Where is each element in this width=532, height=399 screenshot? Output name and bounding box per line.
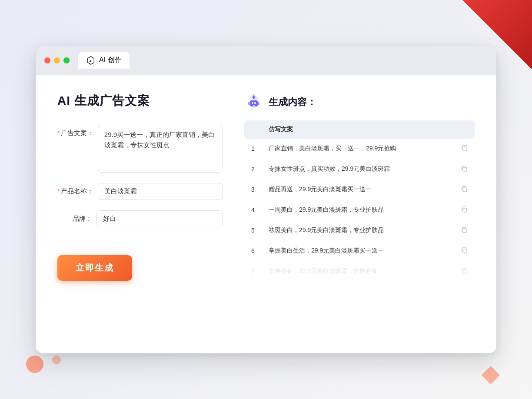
svg-text:AI: AI: [90, 59, 93, 62]
row-copy-text: 女神必备，29.9元美白淡斑霜，护肤必备: [262, 261, 454, 282]
row-copy-text: 祛斑美白，29.9元美白淡斑霜，专业护肤品: [262, 220, 454, 241]
row-copy-text: 专抹女性斑点，真实功效，29.9元美白淡斑霜: [262, 159, 454, 180]
table-row: 2专抹女性斑点，真实功效，29.9元美白淡斑霜: [244, 159, 475, 180]
main-content: AI 生成广告文案 *广告文案： *产品名称： 品牌： 立: [36, 75, 496, 353]
row-copy-text: 掌握美白生活，29.9元美白淡斑霜买一送一: [262, 241, 454, 261]
row-copy-text: 赠品再送，29.9元美白淡斑霜买一送一: [262, 180, 454, 200]
copy-button[interactable]: [454, 159, 475, 180]
row-copy-text: 厂家直销，美白淡斑霜，买一送一，29.9元抢购: [262, 139, 454, 159]
window-controls: [44, 57, 70, 63]
brand-field: 品牌：: [57, 210, 223, 227]
maximize-button[interactable]: [63, 57, 70, 63]
svg-point-9: [253, 94, 255, 96]
col-num: [244, 120, 262, 139]
bg-decoration-bottom-right: [482, 366, 500, 384]
svg-rect-10: [248, 102, 250, 105]
bg-decoration-bottom-left: [26, 356, 43, 373]
title-bar: AI AI 创作: [36, 46, 496, 75]
generate-button[interactable]: 立即生成: [57, 255, 132, 281]
browser-window: AI AI 创作 AI 生成广告文案 *广告文案： *产品名称：: [36, 46, 496, 353]
ai-tab-icon: AI: [86, 56, 96, 65]
ai-creation-tab[interactable]: AI AI 创作: [78, 52, 130, 69]
page-title: AI 生成广告文案: [57, 93, 223, 109]
table-row: 1厂家直销，美白淡斑霜，买一送一，29.9元抢购: [244, 139, 475, 159]
col-action: [454, 120, 475, 139]
svg-rect-16: [463, 229, 467, 233]
close-button[interactable]: [44, 57, 50, 63]
ad-copy-input[interactable]: [98, 125, 223, 173]
svg-rect-18: [463, 269, 467, 273]
tab-label: AI 创作: [99, 56, 122, 65]
copy-button[interactable]: [454, 261, 475, 282]
svg-rect-11: [258, 102, 259, 105]
table-row: 7女神必备，29.9元美白淡斑霜，护肤必备: [244, 261, 475, 282]
copy-button[interactable]: [454, 200, 475, 220]
result-header: 生成内容：: [244, 93, 475, 112]
svg-rect-6: [253, 105, 255, 106]
svg-rect-17: [463, 249, 467, 253]
brand-input[interactable]: [96, 210, 223, 227]
left-panel: AI 生成广告文案 *广告文案： *产品名称： 品牌： 立: [57, 93, 223, 336]
row-number: 6: [244, 241, 262, 261]
required-star-product: *: [57, 187, 60, 195]
result-table: 仿写文案 1厂家直销，美白淡斑霜，买一送一，29.9元抢购2专抹女性斑点，真实功…: [244, 120, 475, 282]
product-name-label: *产品名称：: [57, 183, 93, 196]
table-row: 4一周美白，29.9元美白淡斑霜，专业护肤品: [244, 200, 475, 220]
table-row: 5祛斑美白，29.9元美白淡斑霜，专业护肤品: [244, 220, 475, 241]
row-number: 4: [244, 200, 262, 220]
brand-label: 品牌：: [57, 210, 92, 223]
table-row: 6掌握美白生活，29.9元美白淡斑霜买一送一: [244, 241, 475, 261]
svg-point-7: [253, 96, 255, 99]
right-panel: 生成内容： 仿写文案 1厂家直销，美白淡斑霜，买一送一，29.9元抢购2专抹女性…: [244, 93, 475, 336]
svg-rect-4: [252, 102, 253, 104]
table-row: 3赠品再送，29.9元美白淡斑霜买一送一: [244, 180, 475, 200]
minimize-button[interactable]: [54, 57, 60, 63]
product-name-field: *产品名称：: [57, 183, 223, 200]
bg-decoration-bottom-left2: [52, 356, 61, 364]
svg-rect-14: [463, 188, 467, 192]
table-header-row: 仿写文案: [244, 120, 475, 139]
row-number: 7: [244, 261, 262, 282]
svg-rect-12: [463, 147, 467, 151]
row-number: 2: [244, 159, 262, 180]
required-star-ad: *: [57, 129, 60, 136]
ad-copy-label: *广告文案：: [57, 125, 93, 137]
row-number: 3: [244, 180, 262, 200]
row-copy-text: 一周美白，29.9元美白淡斑霜，专业护肤品: [262, 200, 454, 220]
robot-icon: [244, 93, 263, 112]
svg-rect-13: [463, 167, 467, 171]
copy-button[interactable]: [454, 180, 475, 200]
product-name-input[interactable]: [98, 183, 223, 200]
result-title: 生成内容：: [269, 96, 316, 109]
svg-rect-15: [463, 208, 467, 212]
copy-button[interactable]: [454, 220, 475, 241]
svg-rect-5: [254, 102, 256, 104]
col-copy: 仿写文案: [262, 120, 454, 139]
row-number: 5: [244, 220, 262, 241]
ad-copy-field: *广告文案：: [57, 125, 223, 173]
copy-button[interactable]: [454, 241, 475, 261]
copy-button[interactable]: [454, 139, 475, 159]
row-number: 1: [244, 139, 262, 159]
